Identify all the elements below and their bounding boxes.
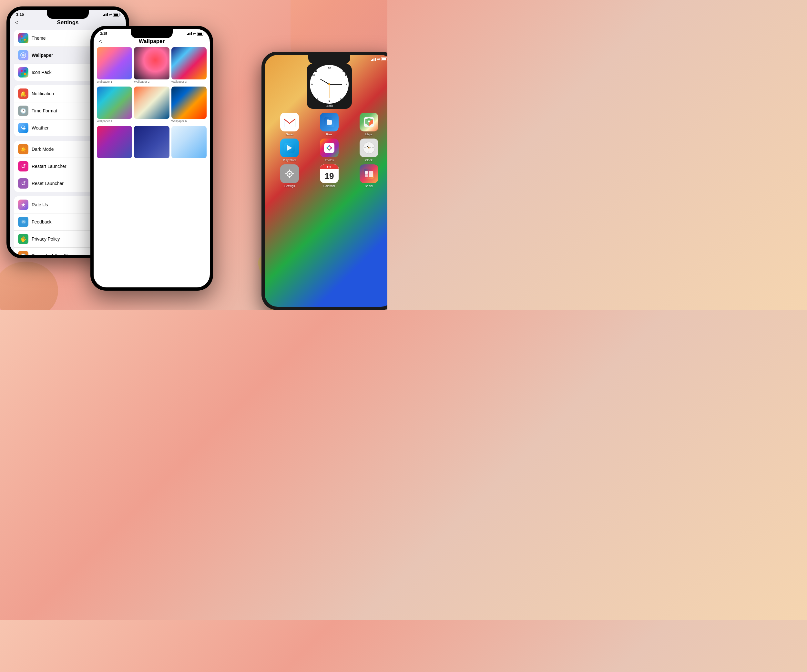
svg-rect-38: [365, 171, 368, 174]
notification-label: Notification: [32, 91, 54, 96]
calendar-label: Calendar: [324, 185, 335, 188]
clock-widget: 12 3 6 9 1 11 2 4 5 7 8 10: [307, 63, 352, 109]
privacy-icon: 🖐: [18, 234, 28, 244]
clock-num-5: 5: [340, 98, 342, 100]
iconpack-icon: [18, 67, 28, 78]
wallpaper-label-1: Wallpaper 1: [97, 80, 132, 85]
restart-label: Restart Launcher: [32, 164, 66, 169]
app-files[interactable]: Files: [318, 113, 340, 136]
signal-bar-w4: [191, 32, 192, 35]
reset-icon: ↺: [18, 178, 28, 189]
clock-widget-label: Clock: [326, 104, 333, 108]
reset-icon-symbol: ↺: [21, 180, 26, 187]
playstore-label: Play Store: [283, 158, 297, 162]
photos-label: Photos: [325, 158, 334, 162]
wallpaper-item-2[interactable]: Wallpaper 2: [134, 47, 169, 85]
clock-num-10: 10: [312, 74, 315, 76]
app-settings[interactable]: Settings: [278, 165, 301, 188]
settings-app-label: Settings: [284, 185, 295, 188]
notch-settings: [47, 10, 89, 19]
battery-wallpaper: [197, 32, 203, 35]
wallpaper-thumb-4: [97, 86, 132, 119]
clock-center-dot: [328, 83, 330, 85]
signal-bar-h4: [375, 58, 376, 61]
signal-home: [371, 58, 376, 61]
wallpaper-thumb-7: [97, 126, 132, 158]
photos-svg: [324, 143, 334, 153]
phone-wallpaper: 3:15 ⇌ < Wallpaper Wallpaper 1: [90, 26, 213, 291]
gmail-svg: [284, 118, 296, 126]
calendar-header: FRI: [320, 165, 339, 169]
wallpaper-header: < Wallpaper: [94, 37, 210, 47]
app-calendar[interactable]: FRI 19 Calendar: [318, 165, 340, 188]
svg-rect-40: [369, 171, 373, 177]
svg-rect-7: [24, 70, 26, 72]
notch-home: [308, 55, 350, 64]
calendar-day: 19: [325, 171, 334, 181]
signal-bar-w1: [187, 34, 188, 35]
clock-num-9: 9: [311, 83, 312, 86]
wallpaper-item-4[interactable]: Wallpaper 4: [97, 86, 132, 124]
wallpaper-label: Wallpaper: [32, 53, 53, 58]
svg-rect-9: [24, 73, 26, 75]
app-maps[interactable]: Maps: [358, 113, 380, 136]
wallpaper-item-7[interactable]: [97, 126, 132, 160]
wallpaper-thumb-3: [171, 47, 207, 80]
svg-rect-10: [284, 118, 296, 126]
wallpaper-item-5[interactable]: [134, 86, 169, 124]
app-social[interactable]: Social: [358, 165, 380, 188]
app-gmail[interactable]: Gmail: [278, 113, 301, 136]
wallpaper-back-arrow[interactable]: <: [99, 38, 102, 45]
clock-face: 12 3 6 9 1 11 2 4 5 7 8 10: [310, 65, 349, 104]
svg-rect-15: [327, 120, 329, 121]
playstore-svg: [284, 143, 295, 153]
signal-settings: [103, 13, 108, 16]
signal-bar-h1: [371, 60, 372, 61]
signal-bar-1: [103, 15, 104, 16]
battery-fill-settings: [114, 13, 118, 16]
svg-point-29: [368, 147, 370, 148]
wallpaper-item-8[interactable]: [134, 126, 169, 160]
app-photos[interactable]: Photos: [318, 138, 340, 162]
wallpaper-page-title: Wallpaper: [139, 38, 165, 45]
wallpaper-thumb-1: [97, 47, 132, 80]
wallpaper-item-6[interactable]: Wallpaper 6: [171, 86, 207, 124]
svg-point-32: [289, 173, 291, 175]
feedback-icon-symbol: ✉: [21, 219, 25, 225]
gmail-label: Gmail: [286, 133, 294, 136]
svg-point-1: [24, 35, 26, 37]
battery-fill-wallpaper: [198, 33, 202, 35]
wallpaper-thumb-6: [171, 86, 207, 119]
photos-icon: [320, 138, 339, 157]
gmail-icon: [280, 113, 299, 131]
wallpaper-grid: Wallpaper 1 Wallpaper 2 Wallpaper 3 Wall…: [94, 47, 210, 160]
svg-point-17: [368, 120, 370, 122]
wallpaper-thumb-8: [134, 126, 169, 158]
clock-sec-hand: [329, 84, 330, 98]
clock-num-1: 1: [342, 70, 344, 72]
wallpaper-item-1[interactable]: Wallpaper 1: [97, 47, 132, 85]
home-screen: ⇌ 12 3 6 9 1 11: [265, 55, 387, 307]
svg-rect-36: [292, 173, 294, 175]
notification-icon: 🔔: [18, 88, 28, 99]
wifi-settings: ⇌: [109, 13, 112, 17]
battery-settings: [113, 13, 120, 17]
wallpaper-item-3[interactable]: Wallpaper 3: [171, 47, 207, 85]
svg-rect-8: [21, 73, 23, 75]
clock-num-7: 7: [317, 98, 318, 100]
wallpaper-icon: [18, 50, 28, 60]
calendar-inner: FRI 19: [320, 165, 339, 183]
privacy-icon-symbol: 🖐: [20, 236, 27, 242]
status-time-wallpaper: 3:15: [100, 32, 107, 35]
svg-rect-35: [286, 173, 287, 175]
theme-label: Theme: [32, 35, 46, 41]
weather-label: Weather: [32, 125, 49, 130]
settings-back-arrow[interactable]: <: [15, 19, 18, 26]
clock-num-8: 8: [314, 96, 315, 99]
signal-bar-h3: [374, 58, 374, 61]
app-playstore[interactable]: Play Store: [278, 138, 301, 162]
app-clock[interactable]: Clock: [358, 138, 380, 162]
wallpaper-item-9[interactable]: [171, 126, 207, 160]
restart-icon-symbol: ↺: [21, 163, 26, 170]
clock-num-12: 12: [328, 66, 331, 69]
